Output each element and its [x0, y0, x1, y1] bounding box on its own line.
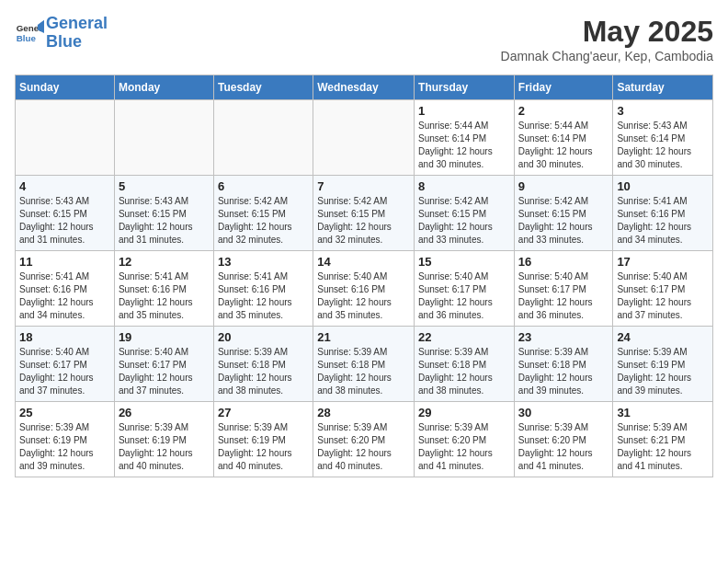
day-info: Sunrise: 5:39 AM Sunset: 6:18 PM Dayligh…: [317, 346, 410, 397]
calendar-table: SundayMondayTuesdayWednesdayThursdayFrid…: [15, 75, 713, 477]
calendar-cell: 21Sunrise: 5:39 AM Sunset: 6:18 PM Dayli…: [313, 327, 415, 402]
calendar-week-row: 11Sunrise: 5:41 AM Sunset: 6:16 PM Dayli…: [16, 251, 713, 327]
calendar-cell: [213, 100, 313, 176]
location-subtitle: Damnak Chang'aeur, Kep, Cambodia: [501, 49, 713, 63]
day-number: 11: [19, 255, 110, 269]
day-info: Sunrise: 5:39 AM Sunset: 6:20 PM Dayligh…: [317, 421, 410, 473]
day-number: 18: [19, 330, 110, 344]
day-number: 16: [518, 255, 609, 269]
day-number: 13: [218, 255, 309, 269]
day-info: Sunrise: 5:39 AM Sunset: 6:18 PM Dayligh…: [418, 346, 510, 397]
title-section: May 2025 Damnak Chang'aeur, Kep, Cambodi…: [501, 15, 713, 63]
day-info: Sunrise: 5:41 AM Sunset: 6:16 PM Dayligh…: [617, 195, 709, 247]
day-info: Sunrise: 5:40 AM Sunset: 6:17 PM Dayligh…: [19, 346, 110, 397]
day-info: Sunrise: 5:40 AM Sunset: 6:17 PM Dayligh…: [617, 270, 709, 322]
calendar-cell: 28Sunrise: 5:39 AM Sunset: 6:20 PM Dayli…: [313, 402, 415, 477]
calendar-cell: 1Sunrise: 5:44 AM Sunset: 6:14 PM Daylig…: [415, 100, 515, 176]
calendar-cell: 19Sunrise: 5:40 AM Sunset: 6:17 PM Dayli…: [114, 327, 213, 402]
day-info: Sunrise: 5:42 AM Sunset: 6:15 PM Dayligh…: [218, 195, 309, 247]
day-number: 19: [119, 330, 210, 344]
calendar-cell: 26Sunrise: 5:39 AM Sunset: 6:19 PM Dayli…: [114, 402, 213, 477]
day-number: 29: [418, 406, 510, 419]
calendar-cell: 14Sunrise: 5:40 AM Sunset: 6:16 PM Dayli…: [313, 251, 415, 327]
day-info: Sunrise: 5:39 AM Sunset: 6:20 PM Dayligh…: [418, 421, 510, 473]
calendar-cell: 20Sunrise: 5:39 AM Sunset: 6:18 PM Dayli…: [213, 327, 313, 402]
day-info: Sunrise: 5:39 AM Sunset: 6:18 PM Dayligh…: [518, 346, 609, 397]
calendar-week-row: 1Sunrise: 5:44 AM Sunset: 6:14 PM Daylig…: [16, 100, 713, 176]
day-number: 9: [518, 179, 609, 193]
day-number: 27: [218, 406, 309, 419]
month-title: May 2025: [501, 15, 713, 49]
day-info: Sunrise: 5:40 AM Sunset: 6:17 PM Dayligh…: [418, 270, 510, 322]
calendar-cell: 16Sunrise: 5:40 AM Sunset: 6:17 PM Dayli…: [514, 251, 613, 327]
day-info: Sunrise: 5:41 AM Sunset: 6:16 PM Dayligh…: [119, 270, 210, 322]
day-number: 25: [19, 406, 110, 419]
weekday-header: Saturday: [613, 75, 713, 100]
calendar-cell: 31Sunrise: 5:39 AM Sunset: 6:21 PM Dayli…: [613, 402, 713, 477]
calendar-cell: 18Sunrise: 5:40 AM Sunset: 6:17 PM Dayli…: [16, 327, 115, 402]
calendar-cell: 8Sunrise: 5:42 AM Sunset: 6:15 PM Daylig…: [415, 176, 515, 251]
calendar-cell: 25Sunrise: 5:39 AM Sunset: 6:19 PM Dayli…: [16, 402, 115, 477]
day-number: 8: [418, 179, 510, 193]
day-number: 4: [19, 179, 110, 193]
calendar-header: SundayMondayTuesdayWednesdayThursdayFrid…: [16, 75, 713, 100]
calendar-cell: 29Sunrise: 5:39 AM Sunset: 6:20 PM Dayli…: [415, 402, 515, 477]
day-info: Sunrise: 5:39 AM Sunset: 6:20 PM Dayligh…: [518, 421, 609, 473]
day-info: Sunrise: 5:44 AM Sunset: 6:14 PM Dayligh…: [518, 120, 609, 171]
calendar-cell: 5Sunrise: 5:43 AM Sunset: 6:15 PM Daylig…: [114, 176, 213, 251]
weekday-row: SundayMondayTuesdayWednesdayThursdayFrid…: [16, 75, 713, 100]
page-header: General Blue GeneralBlue May 2025 Damnak…: [15, 15, 713, 63]
day-info: Sunrise: 5:43 AM Sunset: 6:15 PM Dayligh…: [119, 195, 210, 247]
day-info: Sunrise: 5:43 AM Sunset: 6:15 PM Dayligh…: [19, 195, 110, 247]
calendar-cell: 27Sunrise: 5:39 AM Sunset: 6:19 PM Dayli…: [213, 402, 313, 477]
calendar-cell: 23Sunrise: 5:39 AM Sunset: 6:18 PM Dayli…: [514, 327, 613, 402]
day-number: 17: [617, 255, 709, 269]
weekday-header: Thursday: [415, 75, 515, 100]
day-info: Sunrise: 5:39 AM Sunset: 6:21 PM Dayligh…: [617, 421, 709, 473]
calendar-cell: 11Sunrise: 5:41 AM Sunset: 6:16 PM Dayli…: [16, 251, 115, 327]
day-info: Sunrise: 5:42 AM Sunset: 6:15 PM Dayligh…: [418, 195, 510, 247]
day-number: 3: [617, 104, 709, 118]
svg-text:Blue: Blue: [17, 33, 37, 43]
weekday-header: Sunday: [16, 75, 115, 100]
day-info: Sunrise: 5:39 AM Sunset: 6:19 PM Dayligh…: [19, 421, 110, 473]
day-number: 22: [418, 330, 510, 344]
calendar-cell: 4Sunrise: 5:43 AM Sunset: 6:15 PM Daylig…: [16, 176, 115, 251]
calendar-cell: 9Sunrise: 5:42 AM Sunset: 6:15 PM Daylig…: [514, 176, 613, 251]
calendar-cell: [313, 100, 415, 176]
calendar-body: 1Sunrise: 5:44 AM Sunset: 6:14 PM Daylig…: [16, 100, 713, 477]
day-number: 2: [518, 104, 609, 118]
calendar-week-row: 18Sunrise: 5:40 AM Sunset: 6:17 PM Dayli…: [16, 327, 713, 402]
calendar-cell: 10Sunrise: 5:41 AM Sunset: 6:16 PM Dayli…: [613, 176, 713, 251]
calendar-cell: [114, 100, 213, 176]
day-number: 31: [617, 406, 709, 419]
calendar-cell: 3Sunrise: 5:43 AM Sunset: 6:14 PM Daylig…: [613, 100, 713, 176]
calendar-cell: 6Sunrise: 5:42 AM Sunset: 6:15 PM Daylig…: [213, 176, 313, 251]
logo-text: GeneralBlue: [46, 15, 108, 52]
day-info: Sunrise: 5:41 AM Sunset: 6:16 PM Dayligh…: [218, 270, 309, 322]
day-info: Sunrise: 5:40 AM Sunset: 6:16 PM Dayligh…: [317, 270, 410, 322]
weekday-header: Wednesday: [313, 75, 415, 100]
day-number: 10: [617, 179, 709, 193]
day-number: 26: [119, 406, 210, 419]
day-number: 30: [518, 406, 609, 419]
calendar-cell: 2Sunrise: 5:44 AM Sunset: 6:14 PM Daylig…: [514, 100, 613, 176]
calendar-cell: [16, 100, 115, 176]
calendar-cell: 22Sunrise: 5:39 AM Sunset: 6:18 PM Dayli…: [415, 327, 515, 402]
weekday-header: Monday: [114, 75, 213, 100]
day-info: Sunrise: 5:43 AM Sunset: 6:14 PM Dayligh…: [617, 120, 709, 171]
calendar-week-row: 25Sunrise: 5:39 AM Sunset: 6:19 PM Dayli…: [16, 402, 713, 477]
logo-icon: General Blue: [15, 18, 44, 48]
day-number: 24: [617, 330, 709, 344]
calendar-cell: 17Sunrise: 5:40 AM Sunset: 6:17 PM Dayli…: [613, 251, 713, 327]
day-number: 15: [418, 255, 510, 269]
day-number: 23: [518, 330, 609, 344]
day-info: Sunrise: 5:39 AM Sunset: 6:19 PM Dayligh…: [218, 421, 309, 473]
day-info: Sunrise: 5:41 AM Sunset: 6:16 PM Dayligh…: [19, 270, 110, 322]
calendar-cell: 7Sunrise: 5:42 AM Sunset: 6:15 PM Daylig…: [313, 176, 415, 251]
calendar-cell: 15Sunrise: 5:40 AM Sunset: 6:17 PM Dayli…: [415, 251, 515, 327]
calendar-cell: 24Sunrise: 5:39 AM Sunset: 6:19 PM Dayli…: [613, 327, 713, 402]
day-number: 14: [317, 255, 410, 269]
day-number: 28: [317, 406, 410, 419]
day-number: 5: [119, 179, 210, 193]
